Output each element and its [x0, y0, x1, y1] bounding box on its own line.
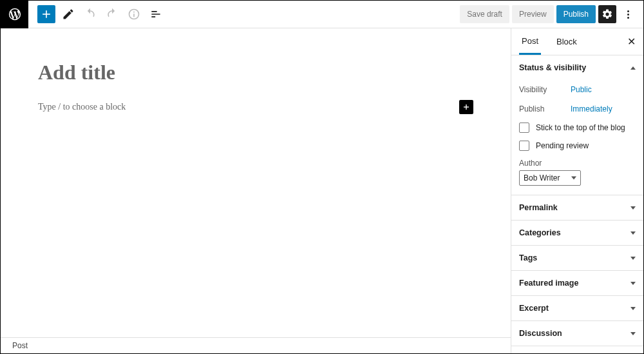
undo-icon — [84, 8, 97, 21]
kebab-icon — [627, 10, 629, 19]
redo-button — [103, 5, 121, 23]
pending-label: Pending review — [536, 141, 589, 150]
block-breadcrumb[interactable]: Post — [1, 337, 511, 353]
tab-block[interactable]: Block — [554, 28, 580, 55]
publish-value[interactable]: Immediately — [571, 104, 612, 113]
publish-button[interactable]: Publish — [556, 5, 596, 23]
inline-add-block-button[interactable] — [459, 100, 473, 114]
list-view-icon — [149, 8, 162, 21]
outline-button[interactable] — [147, 5, 165, 23]
post-title-input[interactable]: Add title — [38, 61, 473, 84]
pending-review-checkbox[interactable]: Pending review — [519, 137, 636, 155]
close-sidebar-button[interactable]: ✕ — [627, 35, 636, 48]
details-button — [125, 5, 143, 23]
plus-icon — [40, 8, 53, 21]
info-icon — [128, 8, 140, 21]
panel-tags[interactable]: Tags — [511, 246, 643, 270]
add-block-button[interactable] — [37, 5, 55, 23]
save-draft-button[interactable]: Save draft — [460, 5, 509, 23]
author-label: Author — [519, 159, 636, 168]
checkbox-icon — [519, 141, 529, 151]
settings-sidebar: Post Block ✕ Status & visibility Visibil… — [511, 28, 643, 353]
stick-label: Stick to the top of the blog — [536, 123, 625, 132]
wordpress-logo[interactable] — [1, 1, 28, 28]
more-options-button[interactable] — [619, 5, 637, 23]
chevron-up-icon — [630, 66, 636, 70]
chevron-down-icon — [630, 231, 636, 235]
chevron-down-icon — [630, 282, 636, 285]
author-select[interactable]: Bob Writer — [519, 170, 581, 186]
chevron-down-icon — [630, 206, 636, 210]
panel-discussion[interactable]: Discussion — [511, 321, 643, 346]
panel-permalink[interactable]: Permalink — [511, 195, 643, 220]
chevron-down-icon — [630, 257, 636, 260]
redo-icon — [106, 8, 118, 21]
pencil-icon — [62, 8, 75, 21]
visibility-value[interactable]: Public — [571, 85, 592, 94]
panel-featured-image[interactable]: Featured image — [511, 271, 643, 295]
block-placeholder[interactable]: Type / to choose a block — [38, 102, 126, 112]
panel-status-visibility[interactable]: Status & visibility — [511, 55, 643, 80]
undo-button — [81, 5, 99, 23]
editor-topbar: Save draft Preview Publish — [1, 1, 643, 28]
settings-button[interactable] — [598, 5, 616, 23]
wordpress-icon — [8, 7, 22, 21]
stick-checkbox[interactable]: Stick to the top of the blog — [519, 119, 636, 137]
panel-title: Status & visibility — [519, 63, 586, 72]
panel-excerpt[interactable]: Excerpt — [511, 296, 643, 320]
publish-label: Publish — [519, 104, 571, 113]
edit-mode-button[interactable] — [59, 5, 77, 23]
visibility-label: Visibility — [519, 85, 571, 94]
chevron-down-icon — [630, 307, 636, 310]
plus-icon — [461, 102, 471, 112]
preview-button[interactable]: Preview — [512, 5, 554, 23]
panel-categories[interactable]: Categories — [511, 221, 643, 245]
gear-icon — [601, 8, 613, 20]
tab-post[interactable]: Post — [519, 28, 541, 55]
chevron-down-icon — [630, 332, 636, 335]
checkbox-icon — [519, 123, 529, 133]
